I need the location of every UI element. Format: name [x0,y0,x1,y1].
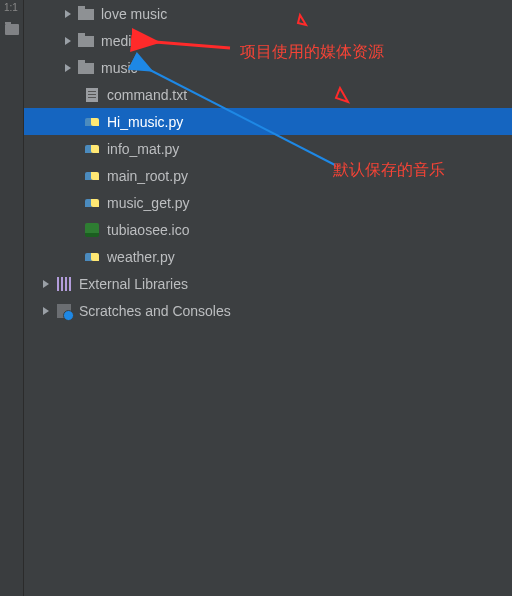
python-file-icon [85,196,99,210]
python-file-icon [85,169,99,183]
tree-item[interactable]: command.txt [24,81,512,108]
indent [24,202,84,203]
text-file-icon [86,88,98,102]
tree-item-label: media [101,33,139,49]
tree-item-label: External Libraries [79,276,188,292]
annotation-media: 项目使用的媒体资源 [240,42,384,63]
chevron-right-icon[interactable] [42,280,50,288]
indent [24,121,84,122]
tree-item-label: Hi_music.py [107,114,183,130]
tree-item[interactable]: Scratches and Consoles [24,297,512,324]
folder-icon [78,7,94,21]
libraries-icon [57,277,71,291]
folder-icon [78,61,94,75]
chevron-right-icon[interactable] [42,307,50,315]
python-file-icon [85,115,99,129]
indent [24,229,84,230]
indent [24,256,84,257]
tree-item[interactable]: Hi_music.py [24,108,512,135]
ico-file-icon [85,223,99,237]
indent [24,175,84,176]
tree-item-label: weather.py [107,249,175,265]
tree-item[interactable]: love music [24,0,512,27]
indent [24,13,64,14]
indent [24,94,84,95]
tree-item-label: info_mat.py [107,141,179,157]
tree-item-label: tubiaosee.ico [107,222,190,238]
python-file-icon [85,250,99,264]
scratches-icon [57,304,71,318]
chevron-right-icon[interactable] [64,37,72,45]
tree-item-label: main_root.py [107,168,188,184]
indent [24,310,42,311]
indent [24,148,84,149]
tree-item[interactable]: tubiaosee.ico [24,216,512,243]
tree-item-label: music [101,60,138,76]
tree-item-label: love music [101,6,167,22]
tree-item-label: command.txt [107,87,187,103]
tree-item[interactable]: External Libraries [24,270,512,297]
annotation-music: 默认保存的音乐 [333,160,445,181]
indent [24,283,42,284]
tree-item-label: Scratches and Consoles [79,303,231,319]
gutter-file-icon [5,24,19,35]
indent [24,40,64,41]
editor-gutter: 1:1 [0,0,24,596]
folder-icon [78,34,94,48]
tree-item[interactable]: weather.py [24,243,512,270]
chevron-right-icon[interactable] [64,10,72,18]
line-col-indicator: 1:1 [4,2,18,13]
python-file-icon [85,142,99,156]
tree-item[interactable]: music_get.py [24,189,512,216]
tree-item-label: music_get.py [107,195,189,211]
chevron-right-icon[interactable] [64,64,72,72]
indent [24,67,64,68]
tree-item[interactable]: info_mat.py [24,135,512,162]
